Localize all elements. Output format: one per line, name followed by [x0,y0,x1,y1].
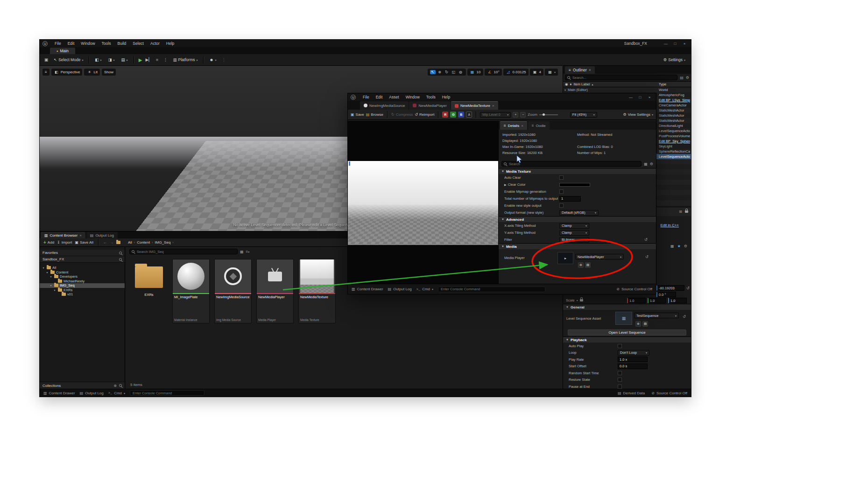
back-icon[interactable]: ← [103,240,107,245]
screen-percentage-control[interactable]: ▦▾ [545,69,558,76]
reset-icon[interactable]: ↺ [683,315,686,319]
menu-tools[interactable]: Tools [423,95,439,99]
details-search-input[interactable] [501,161,642,167]
quick-add-button[interactable]: ◧▾ [92,56,104,64]
outliner-item-type[interactable]: StaticMeshActor [659,113,690,118]
minimize-icon[interactable]: — [661,42,670,46]
x-tiling-dropdown[interactable]: Clamp▾ [559,223,589,229]
filter-icon[interactable]: ▦ [240,250,244,254]
fit-dropdown[interactable]: Fit (45%)▾ [570,112,597,118]
menu-file[interactable]: File [360,95,373,99]
auto-clear-checkbox[interactable] [559,175,564,180]
reset-icon[interactable]: ↺ [645,255,649,259]
source-control-button[interactable]: ⊘Source Control Off [651,391,687,395]
enable-mipmap-checkbox[interactable] [559,189,564,194]
grid-snap-control[interactable]: ▦10 [467,69,483,76]
close-icon[interactable]: × [79,233,82,238]
edit-in-cpp-link[interactable]: Edit in C++ [660,223,679,227]
tab-newmediaplayer[interactable]: NewMediaPlayer [409,101,450,110]
folder-history-icon[interactable] [116,241,120,244]
outliner-item-type[interactable]: CineCameraActor [659,103,690,107]
chevron-down-icon[interactable]: ▾ [577,299,578,302]
blue-channel-button[interactable]: B [458,112,464,118]
tree-item-img-seq[interactable]: ▾IMG_Seq [40,283,125,288]
lock-icon[interactable] [580,299,583,301]
outliner-item-type[interactable]: StaticMeshActor [659,119,690,123]
menu-edit[interactable]: Edit [373,95,386,99]
pause-at-end-checkbox[interactable] [618,385,622,389]
asset-search-input[interactable] [129,249,238,254]
breadcrumb-img-seq[interactable]: IMG_Seq [155,240,171,245]
cmd-button[interactable]: >_Cmd▾ [416,287,433,291]
total-mipmaps-field[interactable]: 1 [559,196,581,202]
search-icon[interactable] [119,384,122,387]
tab-newimgmediasource[interactable]: NewImgMediaSource [360,101,409,110]
content-drawer-button[interactable]: ▥Content Drawer [352,287,383,291]
scale-y-field[interactable]: 1.0 [648,298,666,303]
random-start-time-checkbox[interactable] [618,371,622,375]
visibility-eye-icon[interactable]: ◉ [565,82,568,86]
scale-tool-icon[interactable]: ◱ [451,70,457,74]
close-icon[interactable]: × [492,104,494,108]
cinematics-button[interactable]: ▤▾ [118,56,130,64]
type-column-header[interactable]: Type [659,82,666,86]
asset-tile-newimgmediasource[interactable]: NewImgMediaSource Img Media Source [214,259,252,323]
new-style-output-checkbox[interactable] [559,203,564,208]
expander-icon[interactable]: ▾ [49,284,53,287]
project-root-header[interactable]: Sandbox_FX [40,256,125,263]
scale-snap-control[interactable]: ◿0.03125 [503,69,529,76]
search-icon[interactable] [119,252,122,254]
view-options-icon[interactable]: ≡▾ [246,250,250,254]
outliner-item-type[interactable]: Edit BP_LSys_Simple [659,98,690,102]
maximize-icon[interactable]: □ [635,95,645,99]
asset-tile-mi-imageplate[interactable]: MI_ImagePlate Material Instance [172,259,210,323]
outliner-search-input[interactable] [565,75,677,80]
console-command-input[interactable] [438,287,545,292]
clear-color-swatch[interactable] [559,183,590,187]
collections-footer[interactable]: Collections ⊕ [40,382,125,389]
outliner-item-type[interactable]: DirectionalLight [659,124,690,128]
outliner-item-type[interactable]: World [659,88,690,92]
world-space-icon[interactable]: ◍ [458,70,464,74]
item-label-column-header[interactable]: Item Label [573,82,590,86]
tree-item-exrs[interactable]: ▾EXRs [40,288,125,293]
favorites-header[interactable]: Favorites [40,250,125,256]
tab-outliner[interactable]: ≡ Outliner × [565,66,595,74]
view-settings-button[interactable]: ⚙View Settings▾ [623,112,653,117]
perspective-button[interactable]: ◧Perspective [51,69,83,76]
tab-output-log[interactable]: ▤ Output Log [86,232,118,238]
play-button[interactable]: ▶ [137,56,144,64]
reset-icon[interactable]: ↺ [644,238,648,242]
open-level-sequence-button[interactable]: Open Level Sequence [568,329,686,336]
rotate-tool-icon[interactable]: ↻ [444,70,450,74]
asset-tile-exrs[interactable]: EXRs [130,259,168,297]
expander-icon[interactable]: ▾ [42,266,45,269]
outliner-item-type[interactable]: Edit BP_Sky_Sphere [659,139,690,143]
section-media[interactable]: ▼ Media [499,243,656,249]
blueprints-button[interactable]: ◨▾ [105,56,117,64]
outliner-item-type[interactable]: PostProcessVolume [659,134,690,138]
platforms-button[interactable]: ▥ Platforms ▾ [170,56,201,64]
menu-help[interactable]: Help [439,95,453,99]
expander-icon[interactable]: ▾ [45,271,49,274]
content-drawer-button[interactable]: ▥Content Drawer [43,391,75,395]
expander-icon[interactable]: ▶ [504,183,507,186]
auto-play-checkbox[interactable] [618,344,622,348]
zoom-slider[interactable] [539,114,558,115]
kebab-menu-icon[interactable]: ⋮ [162,56,169,64]
breadcrumb-content[interactable]: Content [137,240,150,245]
maximize-icon[interactable]: □ [670,42,680,46]
save-all-button[interactable]: ▣Save All [75,240,93,245]
tree-item-v01[interactable]: v01 [40,292,125,297]
menu-build[interactable]: Build [114,41,129,46]
save-button[interactable]: ▣Save [351,112,364,117]
add-collection-icon[interactable]: ⊕ [113,384,117,388]
output-format-dropdown[interactable]: Default (sRGB)▾ [559,210,599,216]
import-button[interactable]: ↧Import [57,240,72,245]
section-general[interactable]: ▼ General [563,304,691,310]
zoom-out-icon[interactable]: − [520,112,526,118]
source-control-button[interactable]: ⊘Source Control Off [616,287,652,291]
console-command-input[interactable] [130,390,204,396]
tree-item-all[interactable]: ▾All [40,266,125,270]
menu-help[interactable]: Help [163,41,177,46]
